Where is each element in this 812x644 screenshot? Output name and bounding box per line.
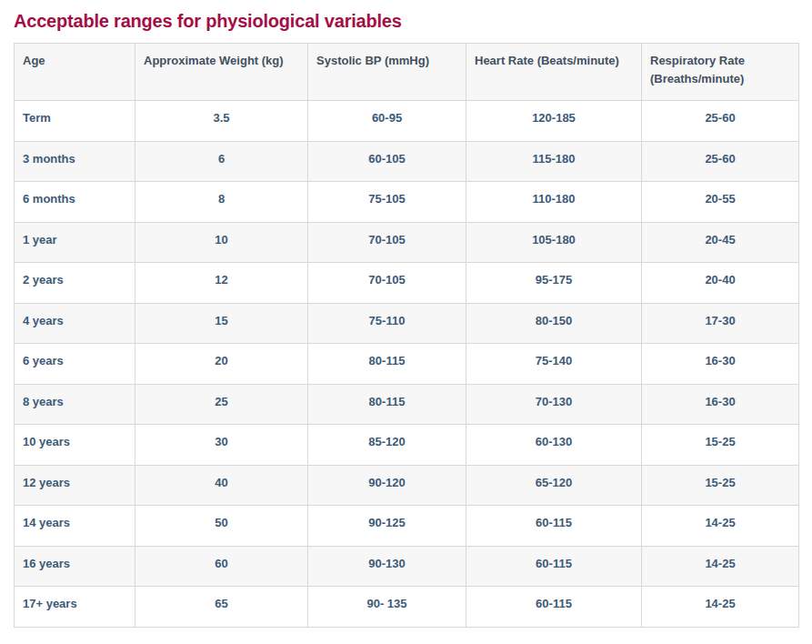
value-cell: 16-30 — [642, 344, 799, 385]
value-cell: 60-130 — [466, 425, 642, 466]
age-cell: 1 year — [15, 222, 135, 263]
value-cell: 25 — [135, 384, 308, 425]
value-cell: 16-30 — [642, 384, 799, 425]
value-cell: 50 — [135, 506, 308, 547]
value-cell: 90- 135 — [308, 587, 466, 628]
value-cell: 75-110 — [308, 303, 466, 344]
value-cell: 60-95 — [308, 101, 466, 142]
age-cell: 8 years — [15, 384, 135, 425]
value-cell: 40 — [135, 465, 308, 506]
table-row: Term3.560-95120-18525-60 — [15, 101, 799, 142]
value-cell: 10 — [135, 222, 308, 263]
table-row: 16 years6090-13060-11514-25 — [15, 546, 799, 587]
page-title: Acceptable ranges for physiological vari… — [14, 11, 798, 32]
age-cell: Term — [15, 101, 135, 142]
age-cell: 3 months — [15, 141, 135, 182]
value-cell: 75-140 — [466, 344, 642, 385]
table-body: Term3.560-95120-18525-603 months660-1051… — [15, 101, 799, 628]
age-cell: 17+ years — [15, 587, 135, 628]
header-row: AgeApproximate Weight (kg)Systolic BP (m… — [15, 44, 799, 101]
value-cell: 80-150 — [466, 303, 642, 344]
table-row: 3 months660-105115-18025-60 — [15, 141, 799, 182]
table-row: 6 years2080-11575-14016-30 — [15, 344, 799, 385]
table-row: 2 years1270-10595-17520-40 — [15, 263, 799, 304]
value-cell: 60 — [135, 546, 308, 587]
value-cell: 110-180 — [466, 182, 642, 223]
value-cell: 3.5 — [135, 101, 308, 142]
age-cell: 10 years — [15, 425, 135, 466]
value-cell: 90-125 — [308, 506, 466, 547]
value-cell: 8 — [135, 182, 308, 223]
value-cell: 60-115 — [466, 546, 642, 587]
value-cell: 70-105 — [308, 222, 466, 263]
table-row: 17+ years6590- 13560-11514-25 — [15, 587, 799, 628]
table-row: 14 years5090-12560-11514-25 — [15, 506, 799, 547]
content-page: Acceptable ranges for physiological vari… — [0, 0, 812, 644]
value-cell: 65 — [135, 587, 308, 628]
value-cell: 20-40 — [642, 263, 799, 304]
age-cell: 16 years — [15, 546, 135, 587]
table-row: 6 months875-105110-18020-55 — [15, 182, 799, 223]
column-header: Approximate Weight (kg) — [135, 44, 308, 101]
age-cell: 14 years — [15, 506, 135, 547]
value-cell: 20-55 — [642, 182, 799, 223]
physiological-variables-table: AgeApproximate Weight (kg)Systolic BP (m… — [14, 43, 799, 628]
value-cell: 14-25 — [642, 587, 799, 628]
value-cell: 20-45 — [642, 222, 799, 263]
value-cell: 75-105 — [308, 182, 466, 223]
value-cell: 105-180 — [466, 222, 642, 263]
table-row: 8 years2580-11570-13016-30 — [15, 384, 799, 425]
value-cell: 15-25 — [642, 425, 799, 466]
value-cell: 14-25 — [642, 546, 799, 587]
value-cell: 80-115 — [308, 344, 466, 385]
value-cell: 14-25 — [642, 506, 799, 547]
value-cell: 60-115 — [466, 587, 642, 628]
value-cell: 25-60 — [642, 101, 799, 142]
age-cell: 4 years — [15, 303, 135, 344]
value-cell: 65-120 — [466, 465, 642, 506]
table-row: 10 years3085-12060-13015-25 — [15, 425, 799, 466]
value-cell: 30 — [135, 425, 308, 466]
table-row: 4 years1575-11080-15017-30 — [15, 303, 799, 344]
value-cell: 80-115 — [308, 384, 466, 425]
value-cell: 60-115 — [466, 506, 642, 547]
value-cell: 70-130 — [466, 384, 642, 425]
value-cell: 15-25 — [642, 465, 799, 506]
table-row: 12 years4090-12065-12015-25 — [15, 465, 799, 506]
value-cell: 85-120 — [308, 425, 466, 466]
column-header: Heart Rate (Beats/minute) — [466, 44, 642, 101]
age-cell: 2 years — [15, 263, 135, 304]
age-cell: 6 months — [15, 182, 135, 223]
value-cell: 115-180 — [466, 141, 642, 182]
value-cell: 90-120 — [308, 465, 466, 506]
value-cell: 60-105 — [308, 141, 466, 182]
value-cell: 20 — [135, 344, 308, 385]
column-header: Respiratory Rate (Breaths/minute) — [642, 44, 799, 101]
column-header: Systolic BP (mmHg) — [308, 44, 466, 101]
value-cell: 90-130 — [308, 546, 466, 587]
value-cell: 12 — [135, 263, 308, 304]
value-cell: 15 — [135, 303, 308, 344]
column-header: Age — [15, 44, 135, 101]
age-cell: 6 years — [15, 344, 135, 385]
age-cell: 12 years — [15, 465, 135, 506]
value-cell: 120-185 — [466, 101, 642, 142]
value-cell: 70-105 — [308, 263, 466, 304]
value-cell: 25-60 — [642, 141, 799, 182]
value-cell: 6 — [135, 141, 308, 182]
value-cell: 95-175 — [466, 263, 642, 304]
value-cell: 17-30 — [642, 303, 799, 344]
table-row: 1 year1070-105105-18020-45 — [15, 222, 799, 263]
